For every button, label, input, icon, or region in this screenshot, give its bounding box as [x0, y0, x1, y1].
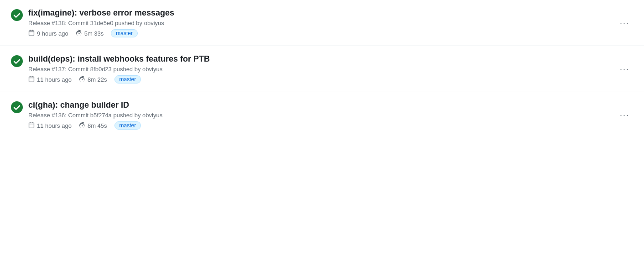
workflow-info: ci(gha): change builder ID Release #136:…	[28, 100, 162, 130]
workflow-meta: Release #137: Commit 8fb0d23 pushed by o…	[28, 66, 210, 73]
workflow-meta: Release #138: Commit 31de5e0 pushed by o…	[28, 20, 174, 26]
stopwatch-icon	[76, 30, 82, 37]
stopwatch-icon	[79, 122, 85, 130]
stopwatch-icon	[79, 76, 85, 84]
workflow-title: fix(imagine): verbose error messages	[28, 8, 174, 18]
success-icon	[11, 101, 23, 115]
workflow-left: fix(imagine): verbose error messages Rel…	[11, 8, 174, 37]
workflow-left: ci(gha): change builder ID Release #136:…	[11, 100, 162, 130]
workflow-item: fix(imagine): verbose error messages Rel…	[0, 0, 644, 46]
duration-detail: 8m 22s	[79, 76, 107, 84]
workflow-details: 11 hours ago 8m 22s master	[28, 75, 210, 84]
success-icon	[11, 9, 23, 22]
workflow-item: ci(gha): change builder ID Release #136:…	[0, 92, 644, 138]
workflow-left: build(deps): install webhooks features f…	[11, 54, 210, 84]
workflow-meta: Release #136: Commit b5f274a pushed by o…	[28, 112, 162, 119]
workflow-title: build(deps): install webhooks features f…	[28, 54, 210, 64]
duration-detail: 8m 45s	[79, 122, 107, 130]
workflow-title: ci(gha): change builder ID	[28, 100, 162, 110]
branch-badge[interactable]: master	[114, 121, 141, 130]
success-icon	[11, 55, 23, 68]
time-detail: 9 hours ago	[28, 30, 68, 37]
svg-point-1	[11, 55, 23, 67]
more-options-button[interactable]: ···	[616, 109, 633, 121]
workflow-list: fix(imagine): verbose error messages Rel…	[0, 0, 644, 138]
workflow-item: build(deps): install webhooks features f…	[0, 46, 644, 92]
time-detail: 11 hours ago	[28, 76, 72, 84]
workflow-details: 11 hours ago 8m 45s master	[28, 121, 162, 130]
more-options-button[interactable]: ···	[616, 17, 633, 29]
time-detail: 11 hours ago	[28, 122, 72, 130]
calendar-icon	[28, 122, 35, 130]
calendar-icon	[28, 76, 35, 84]
workflow-details: 9 hours ago 5m 33s master	[28, 29, 174, 37]
duration-detail: 5m 33s	[76, 30, 104, 37]
branch-badge[interactable]: master	[111, 29, 138, 37]
calendar-icon	[28, 30, 35, 37]
svg-point-0	[11, 9, 23, 21]
workflow-info: fix(imagine): verbose error messages Rel…	[28, 8, 174, 37]
workflow-info: build(deps): install webhooks features f…	[28, 54, 210, 84]
more-options-button[interactable]: ···	[616, 63, 633, 75]
branch-badge[interactable]: master	[114, 75, 141, 84]
svg-point-2	[11, 101, 23, 113]
